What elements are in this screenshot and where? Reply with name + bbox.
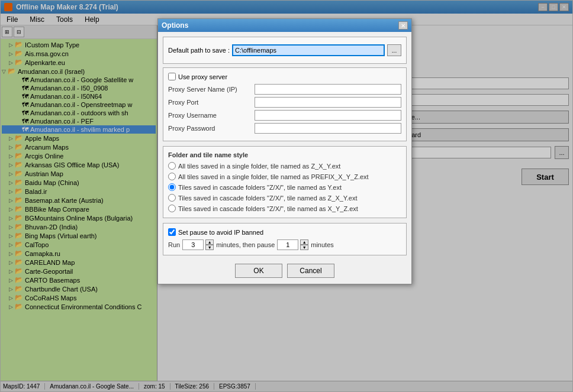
folder-style-label-4: Tiles saved in cascade folders "Z/X/", t… [178,205,358,212]
proxy-server-input[interactable] [255,84,401,95]
proxy-username-label: Proxy Username [168,112,251,119]
folder-style-radio-2[interactable] [168,183,176,191]
proxy-section: Use proxy server Proxy Server Name (IP) … [163,67,407,141]
pause-value-input[interactable] [277,239,298,250]
proxy-password-input[interactable] [255,123,401,134]
dialog-title: Options [162,21,188,30]
radio-option-row: Tiles saved in cascade folders "Z/X/", t… [168,183,401,191]
proxy-port-label: Proxy Port [168,99,251,106]
folder-style-label-3: Tiles saved in cascade folders "Z/X/", t… [178,195,358,202]
pause-checkbox-label[interactable]: Set pause to avoid IP banned [178,229,263,236]
folder-style-label-0: All tiles saved in a single folder, tile… [178,163,340,170]
proxy-checkbox[interactable] [168,73,176,80]
run-label: Run [168,241,180,248]
proxy-server-row: Proxy Server Name (IP) [168,84,401,95]
folder-style-radio-3[interactable] [168,194,176,202]
folder-style-radio-0[interactable] [168,162,176,170]
ok-button[interactable]: OK [235,264,282,278]
pause-section: Set pause to avoid IP banned Run ▲ ▼ min… [163,223,407,255]
main-window: Offline Map Maker 8.274 (Trial) − □ ✕ Fi… [0,0,573,392]
path-section: Default path to save : ... [163,37,407,64]
radio-option-row: Tiles saved in cascade folders "Z/X/", t… [168,194,401,202]
proxy-username-input[interactable] [255,110,401,121]
folder-style-radio-1[interactable] [168,173,176,180]
minutes-label: minutes, then pause [216,241,275,248]
folder-section-title: Folder and tile name style [168,151,401,158]
proxy-checkbox-label[interactable]: Use proxy server [178,73,227,80]
radio-option-row: Tiles saved in cascade folders "Z/X/", t… [168,205,401,212]
proxy-server-label: Proxy Server Name (IP) [168,86,251,93]
radio-option-row: All tiles saved in a single folder, tile… [168,173,401,180]
proxy-username-row: Proxy Username [168,110,401,121]
proxy-port-row: Proxy Port [168,97,401,108]
proxy-password-label: Proxy Password [168,125,251,132]
pause-checkbox[interactable] [168,228,176,236]
folder-section: Folder and tile name style All tiles sav… [163,146,407,218]
options-dialog: Options ✕ Default path to save : ... Use… [157,18,412,284]
folder-style-label-1: All tiles saved in a single folder, tile… [178,173,369,180]
pause-row: Run ▲ ▼ minutes, then pause ▲ ▼ minutes [168,239,401,250]
pause-spin-down[interactable]: ▼ [300,245,308,250]
path-input[interactable] [232,44,385,56]
cancel-button[interactable]: Cancel [287,264,334,278]
dialog-body: Default path to save : ... Use proxy ser… [158,32,411,284]
path-label: Default path to save : [168,47,230,54]
radio-option-row: All tiles saved in a single folder, tile… [168,162,401,170]
path-browse-button[interactable]: ... [387,44,401,56]
path-row: Default path to save : ... [168,41,401,60]
dialog-buttons: OK Cancel [163,260,407,279]
pause-spin-up[interactable]: ▲ [300,239,308,245]
folder-style-radio-4[interactable] [168,205,176,212]
minutes2-label: minutes [311,241,334,248]
dialog-title-bar: Options ✕ [158,19,411,32]
proxy-password-row: Proxy Password [168,123,401,134]
proxy-port-input[interactable] [255,97,401,108]
pause-checkbox-row: Set pause to avoid IP banned [168,228,401,236]
run-value-input[interactable] [182,239,204,250]
run-spin-down[interactable]: ▼ [205,245,214,250]
folder-style-label-2: Tiles saved in cascade folders "Z/X/", t… [178,184,342,191]
pause-spinner: ▲ ▼ [300,239,308,250]
dialog-close-button[interactable]: ✕ [398,21,408,30]
run-spin-up[interactable]: ▲ [205,239,214,245]
proxy-checkbox-row: Use proxy server [168,73,401,80]
run-spinner: ▲ ▼ [205,239,214,250]
